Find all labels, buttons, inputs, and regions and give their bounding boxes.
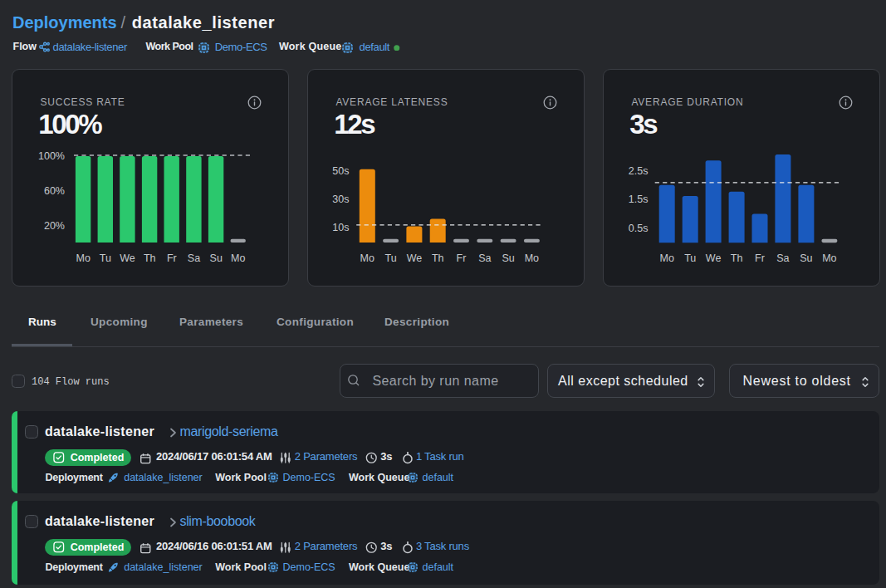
svg-text:Tu: Tu	[684, 252, 696, 264]
svg-text:Mo: Mo	[76, 252, 91, 264]
svg-text:Tu: Tu	[385, 252, 397, 264]
svg-text:Su: Su	[800, 252, 812, 264]
svg-text:60%: 60%	[44, 185, 65, 197]
svg-text:Th: Th	[731, 252, 743, 264]
svg-text:Mo: Mo	[822, 252, 836, 264]
svg-text:Th: Th	[432, 252, 444, 264]
svg-text:We: We	[706, 252, 722, 264]
svg-text:Mo: Mo	[360, 252, 374, 264]
svg-text:0.5s: 0.5s	[629, 223, 649, 234]
svg-text:10s: 10s	[332, 222, 349, 233]
svg-text:1.5s: 1.5s	[629, 194, 649, 205]
svg-text:Tu: Tu	[100, 252, 111, 264]
svg-text:2.5s: 2.5s	[629, 165, 649, 177]
svg-text:Sa: Sa	[776, 252, 789, 264]
svg-text:Mo: Mo	[660, 252, 674, 264]
svg-text:Fr: Fr	[755, 252, 765, 264]
svg-text:Sa: Sa	[188, 252, 200, 264]
svg-text:Su: Su	[210, 252, 223, 264]
svg-text:Sa: Sa	[478, 252, 491, 264]
svg-text:Th: Th	[144, 252, 156, 264]
svg-text:Mo: Mo	[231, 252, 245, 264]
svg-text:100%: 100%	[38, 150, 65, 162]
svg-text:We: We	[120, 252, 135, 264]
svg-text:20%: 20%	[44, 220, 65, 232]
svg-text:30s: 30s	[332, 194, 349, 205]
svg-text:Fr: Fr	[457, 252, 467, 264]
svg-text:Su: Su	[502, 252, 514, 264]
svg-text:50s: 50s	[332, 165, 349, 177]
svg-text:We: We	[407, 252, 423, 264]
svg-text:Fr: Fr	[167, 252, 177, 264]
svg-text:Mo: Mo	[525, 252, 539, 264]
